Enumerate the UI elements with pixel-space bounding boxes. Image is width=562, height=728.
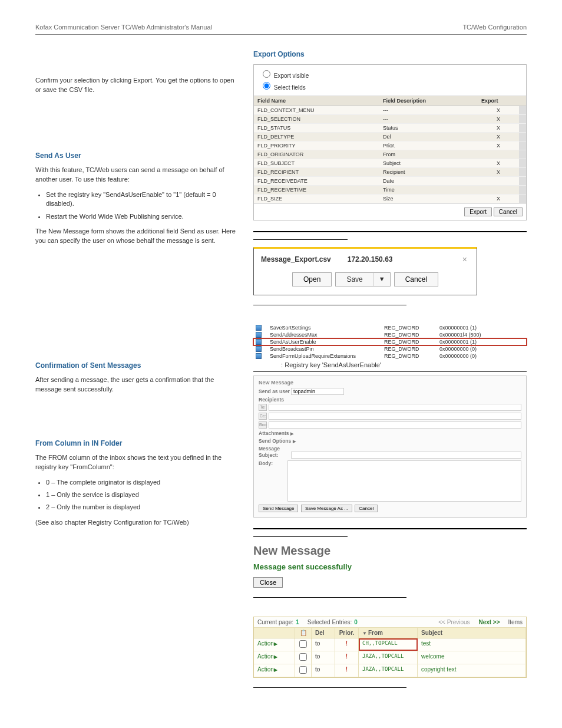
registry-row[interactable]: SendFormUploadRequireExtensionsREG_DWORD… [253,353,527,360]
registry-name: SaveSortSettings [270,325,376,331]
field-row[interactable]: FLD_RECEIVETIMETime [254,186,526,195]
export-button[interactable]: Export [464,207,492,216]
field-name: FLD_SUBJECT [254,159,379,168]
export-visible-radio[interactable]: Export visible [260,68,520,80]
row-checkbox[interactable] [295,638,312,651]
registry-row[interactable]: SendAddressesMaxREG_DWORD0x000001f4 (500… [253,331,527,338]
cancel-button[interactable]: Cancel [494,207,523,216]
row-subject[interactable]: copyright text [418,664,526,677]
field-row[interactable]: FLD_RECIPIENTRecipientX [254,168,526,177]
body-label: Body: [259,460,287,466]
export-flag[interactable]: X [478,141,519,150]
inbox-row: Action▶ to ! CH,,TOPCALL test [254,638,526,651]
export-flag[interactable]: X [478,195,519,203]
cc-input[interactable] [269,413,521,420]
bcc-input[interactable] [269,421,521,429]
field-row[interactable]: FLD_SIZESizeX [254,195,526,203]
export-flag[interactable] [478,177,519,186]
field-row[interactable]: FLD_CONTEXT_MENU---X [254,106,526,115]
send-as-user-label: Send as user [259,388,291,394]
field-name: FLD_RECEIVETIME [254,186,379,195]
col-subject[interactable]: Subject [418,628,526,638]
field-desc: --- [379,106,478,115]
field-row[interactable]: FLD_PRIORITYPrior.X [254,141,526,150]
field-row[interactable]: FLD_STATUSStatusX [254,124,526,133]
field-name: FLD_PRIORITY [254,141,379,150]
col-del[interactable]: Del [312,628,335,638]
registry-row[interactable]: SendAsUserEnableREG_DWORD0x00000001 (1) [253,338,527,345]
registry-type: REG_DWORD [384,332,431,338]
export-flag[interactable]: X [478,159,519,168]
body-textarea[interactable] [287,460,521,502]
open-button[interactable]: Open [292,272,332,286]
field-desc: Recipient [379,168,478,177]
message-label: Message [259,446,291,452]
save-button[interactable]: Save [336,273,373,286]
chevron-down-icon[interactable]: ▼ [373,273,390,286]
row-from[interactable]: CH,,TOPCALL [359,638,418,651]
export-flag[interactable] [478,150,519,159]
send-message-button[interactable]: Send Message [259,505,298,512]
action-menu[interactable]: Action▶ [254,664,295,677]
row-subject[interactable]: test [418,638,526,651]
row-from[interactable]: JAZA,,TOPCALL [359,651,418,664]
from-opt-1: 1 – Only the service is displayed [46,490,236,499]
save-split-button[interactable]: Save ▼ [335,272,390,286]
export-flag[interactable]: X [478,124,519,133]
send-options-toggle[interactable]: Send Options ▶ [259,438,521,444]
inbox-toolbar: Current page: 1 Selected Entries: 0 << P… [254,617,526,628]
col-from[interactable]: ▼From [359,628,418,638]
registry-row[interactable]: SaveSortSettingsREG_DWORD0x00000001 (1) [253,324,527,331]
current-page-value: 1 [296,619,299,625]
field-desc: --- [379,115,478,124]
field-row[interactable]: FLD_ORIGINATORFrom [254,150,526,159]
confirm-text: Confirm your selection by clicking Expor… [35,76,236,95]
field-desc: Del [379,133,478,141]
export-flag[interactable]: X [478,106,519,115]
registry-type: REG_DWORD [384,325,431,331]
field-desc: Date [379,177,478,186]
field-row[interactable]: FLD_RECEIVEDATEDate [254,177,526,186]
to-icon[interactable]: To: [259,404,267,411]
cancel-download-button[interactable]: Cancel [394,272,438,286]
success-box: New Message Message sent successfully Cl… [253,544,527,588]
attachments-toggle[interactable]: Attachments ▶ [259,430,521,436]
registry-row[interactable]: SendBroadcastPinREG_DWORD0x00000000 (0) [253,345,527,353]
row-checkbox[interactable] [295,651,312,664]
cancel-message-button[interactable]: Cancel [355,505,378,512]
next-link[interactable]: Next >> [478,619,500,625]
registry-icon [256,353,262,359]
subject-input[interactable] [291,452,521,459]
row-subject[interactable]: welcome [418,651,526,664]
cc-icon[interactable]: Cc: [259,413,267,420]
field-row[interactable]: FLD_SUBJECTSubjectX [254,159,526,168]
registry-data: 0x00000000 (0) [439,353,524,359]
export-flag[interactable] [478,186,519,195]
col-prior[interactable]: Prior. [335,628,359,638]
new-message-form: New Message Send as user Recipients To: … [253,375,527,518]
field-row[interactable]: FLD_SELECTION---X [254,115,526,124]
close-button[interactable]: Close [253,577,283,588]
registry-icon [256,332,262,338]
field-name: FLD_DELTYPE [254,133,379,141]
bcc-icon[interactable]: Bcc: [259,421,267,429]
action-menu[interactable]: Action▶ [254,638,295,651]
select-fields-radio[interactable]: Select fields [260,80,520,92]
save-message-as-button[interactable]: Save Message As ... [301,505,352,512]
export-flag[interactable]: X [478,168,519,177]
export-flag[interactable]: X [478,115,519,124]
send-as-user-input[interactable] [291,388,344,395]
registry-data: 0x00000000 (0) [439,346,524,352]
select-all-icon[interactable]: 📋 [295,628,312,638]
row-from[interactable]: JAZA,,TOPCALL [359,664,418,677]
row-checkbox[interactable] [295,664,312,677]
field-desc: From [379,150,478,159]
previous-link[interactable]: << Previous [438,619,470,625]
export-flag[interactable]: X [478,133,519,141]
registry-data: 0x00000001 (1) [439,339,524,345]
to-input[interactable] [269,404,521,411]
action-menu[interactable]: Action▶ [254,651,295,664]
field-row[interactable]: FLD_DELTYPEDelX [254,133,526,141]
close-icon[interactable]: × [460,255,470,264]
field-desc: Status [379,124,478,133]
